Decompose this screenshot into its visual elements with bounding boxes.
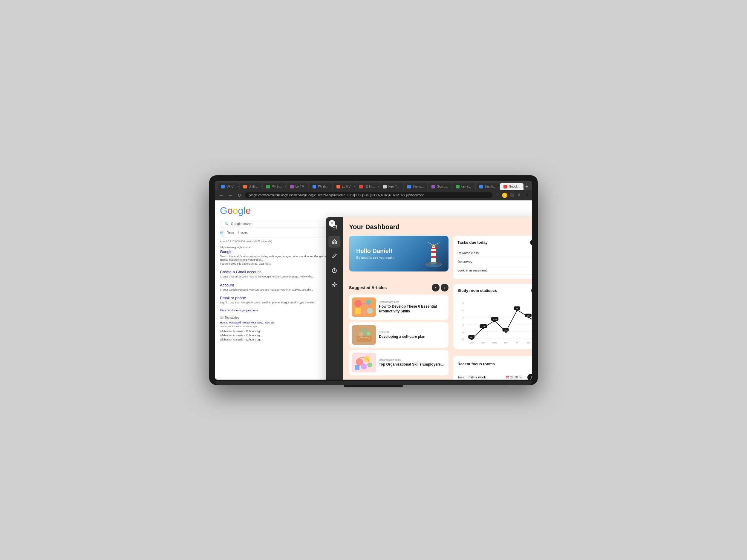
tab-sign2[interactable]: Sign u... ✕ — [428, 183, 452, 190]
search-nav-tabs: All News Images — [220, 230, 336, 237]
tab-close-icon[interactable]: ✕ — [498, 185, 499, 188]
tab-my-st[interactable]: My St... ✕ — [263, 183, 286, 190]
story-item-2[interactable]: Lifehacker Australia · 12 hours ago — [220, 330, 336, 333]
reload-button[interactable]: ↻ — [236, 192, 242, 198]
tab-close-icon[interactable]: ✕ — [261, 185, 262, 188]
tab-close-icon[interactable]: ✕ — [354, 185, 355, 188]
profile-icon[interactable]: G — [502, 193, 507, 198]
articles-title: Suggested Articles — [349, 285, 387, 290]
article-image-3 — [352, 353, 376, 372]
result-title[interactable]: Account — [220, 283, 336, 287]
tab-signh[interactable]: Sign h... ✕ — [476, 183, 499, 190]
view-stats-button[interactable]: View Stats — [527, 374, 532, 380]
article-card-3[interactable]: Organisation skills Top Organizational S… — [349, 350, 448, 375]
tab-close-icon[interactable]: ✕ — [474, 185, 475, 188]
story-item-4[interactable]: Lifehacker Australia · 12 hours ago — [220, 338, 336, 341]
article-card-1[interactable]: Productivity skills How to Develop These… — [349, 294, 448, 320]
search-tab-images[interactable]: Images — [238, 230, 248, 235]
svg-point-29 — [367, 363, 372, 367]
svg-point-20 — [362, 311, 366, 314]
story-source-1: Lifehacker Australia · 12 hours ago — [220, 325, 336, 328]
tab-close-icon[interactable]: ✕ — [402, 185, 403, 188]
tab-label: (3) Int... — [364, 185, 375, 188]
result-title[interactable]: Email or phone — [220, 296, 336, 300]
articles-next-button[interactable]: › — [441, 284, 448, 292]
chart-svg: 5 4 3 2 1 0 — [458, 297, 532, 345]
result-item-google: https://www.google.com ▾ Google Search t… — [220, 246, 336, 266]
tab-new[interactable]: New T... ✕ — [380, 183, 403, 190]
svg-rect-18 — [355, 308, 361, 314]
search-tab-news[interactable]: News — [227, 230, 234, 235]
bookmark-icon[interactable]: ☆ — [495, 193, 500, 198]
sidebar-settings-icon[interactable] — [328, 279, 340, 291]
more-results-link[interactable]: More results from google.com » — [220, 309, 336, 312]
tab-label: Lo-fi V — [295, 185, 304, 188]
tab-label: My St... — [272, 185, 282, 188]
address-bar-row: ← → ↻ google.com/search?q=Google+search&… — [215, 190, 532, 201]
tab-close-icon[interactable]: ✕ — [285, 185, 286, 188]
grid-icon[interactable]: ⠿ — [516, 193, 522, 198]
top-stories-header: 📰 Top stories — [220, 316, 336, 319]
result-snippet: Search the world's information, includin… — [220, 255, 336, 262]
extensions-icon[interactable]: ⬛ — [509, 193, 515, 198]
svg-text:wed: wed — [492, 341, 497, 344]
address-text: google.com/search?q=Google+search&oq=Goo… — [249, 193, 428, 197]
tab-close-icon[interactable]: ✕ — [427, 185, 428, 188]
tab-close-icon[interactable]: ✕ — [522, 185, 523, 188]
back-button[interactable]: ← — [218, 192, 225, 198]
tab-sign1[interactable]: Sign u... ✕ — [404, 183, 428, 190]
svg-rect-30 — [355, 365, 359, 370]
search-tab-all[interactable]: All — [220, 230, 223, 235]
article-card-2[interactable]: Self care Developing a self-care plan — [349, 322, 448, 348]
search-query-text: Google search — [231, 222, 253, 225]
tab-close-icon[interactable]: ✕ — [307, 185, 309, 188]
task-item-2: Do survey — [458, 258, 532, 266]
google-search-bar[interactable]: 🔍 Google search — [220, 220, 336, 228]
svg-text:1,5h: 1,5h — [481, 325, 485, 327]
sidebar-timer-icon[interactable] — [328, 264, 340, 276]
tab-wirefr[interactable]: Wirefr... ✕ — [309, 183, 332, 190]
tab-int[interactable]: (3) Int... ✕ — [356, 183, 379, 190]
focus-rooms-title: Recent focus rooms — [458, 362, 495, 366]
google-search-panel: Google 🔍 Google search All News Images A… — [215, 201, 341, 380]
tab-close-icon[interactable]: ✕ — [237, 185, 239, 188]
articles-prev-button[interactable]: ‹ — [432, 284, 440, 292]
forward-button[interactable]: → — [227, 192, 234, 198]
story-item-1[interactable]: How to Password Protect Your Goo... Secr… — [220, 321, 336, 324]
article-category-1: Productivity skills — [379, 300, 445, 303]
overlay-close-button[interactable]: ✕ — [329, 220, 335, 227]
articles-section: Suggested Articles ‹ › — [349, 284, 448, 380]
tab-lofi1[interactable]: Lo-fi V ✕ — [287, 183, 309, 190]
svg-point-25 — [367, 332, 370, 336]
svg-line-14 — [434, 242, 440, 245]
svg-text:4h: 4h — [516, 307, 518, 310]
article-title-2: Developing a self-care plan — [379, 335, 445, 339]
new-tab-button[interactable]: + — [524, 183, 530, 190]
task-item-3: Look at assessment — [458, 266, 532, 275]
stats-title: Study room statistics — [458, 288, 497, 293]
result-title[interactable]: Create a Gmail account — [220, 270, 336, 274]
tab-close-icon[interactable]: ✕ — [378, 185, 379, 188]
focus-duration: 2h 30min — [510, 376, 523, 379]
result-title[interactable]: Google — [220, 249, 336, 254]
weekly-button[interactable]: Weekly ▾ — [531, 288, 532, 293]
google-logo: Google — [220, 205, 336, 216]
focus-card: Recent focus rooms ‹ › Task: maths work — [453, 356, 532, 380]
tab-lofi2[interactable]: Lo-fi V ✕ — [333, 183, 355, 190]
article-title-1: How to Develop These 6 Essential Product… — [379, 304, 445, 314]
tab-untitled[interactable]: Untitl... ✕ — [240, 183, 262, 190]
tab-close-icon[interactable]: ✕ — [331, 185, 332, 188]
story-item-3[interactable]: Lifehacker Australia · 12 hours ago — [220, 334, 336, 337]
tab-bar: UX UI ✕ Untitl... ✕ My St... ✕ Lo-fi V ✕ — [215, 181, 532, 190]
view-more-button[interactable]: View more — [530, 240, 532, 245]
menu-icon[interactable]: ⋮ — [523, 193, 529, 198]
address-field[interactable]: google.com/search?q=Google+search&oq=Goo… — [245, 192, 492, 198]
sidebar-edit-icon[interactable] — [328, 250, 340, 262]
study-chart: 5 4 3 2 1 0 — [458, 297, 532, 345]
tab-close-icon[interactable]: ✕ — [451, 185, 452, 188]
sidebar-home-icon[interactable] — [328, 236, 340, 247]
tab-ux-ui[interactable]: UX UI ✕ — [217, 183, 239, 190]
tab-cany[interactable]: can y... ✕ — [453, 183, 475, 190]
tab-google[interactable]: Googl... ✕ — [500, 183, 523, 190]
svg-text:2: 2 — [463, 323, 464, 326]
